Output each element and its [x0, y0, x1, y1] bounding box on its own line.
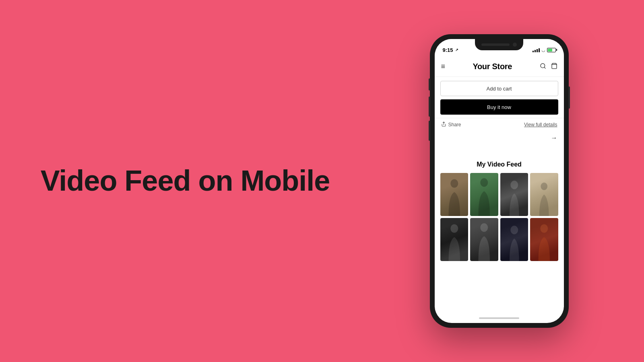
- svg-point-5: [480, 178, 488, 187]
- power-button: [568, 86, 570, 109]
- share-button[interactable]: Share: [441, 121, 461, 128]
- signal-icon: [533, 47, 540, 52]
- svg-line-1: [544, 67, 545, 68]
- video-thumbnail-4[interactable]: [530, 173, 558, 216]
- share-row: Share View full details: [435, 118, 564, 131]
- nav-action-icons: [540, 63, 557, 71]
- svg-point-4: [450, 179, 458, 187]
- home-indicator: [479, 317, 519, 319]
- video-thumbnail-7[interactable]: [500, 218, 528, 261]
- video-thumbnail-1[interactable]: [440, 173, 469, 216]
- video-thumbnail-5[interactable]: [440, 218, 469, 261]
- hamburger-menu-icon[interactable]: ≡: [441, 62, 446, 71]
- volume-up-button: [429, 97, 430, 117]
- right-arrow-icon: →: [551, 134, 557, 141]
- nav-bar: ≡ Your Store: [435, 57, 564, 77]
- right-section: 9:15 ↗ ◟◞: [370, 34, 644, 328]
- buy-now-button[interactable]: Buy it now: [440, 99, 558, 115]
- video-thumbnail-8[interactable]: [530, 218, 558, 261]
- video-thumbnail-6[interactable]: [470, 218, 498, 261]
- video-grid: [440, 173, 558, 261]
- headline: Video Feed on Mobile: [41, 165, 330, 197]
- phone-screen: 9:15 ↗ ◟◞: [435, 39, 564, 323]
- add-to-cart-button[interactable]: Add to cart: [440, 81, 558, 96]
- share-icon: [441, 121, 446, 128]
- store-title: Your Store: [473, 62, 512, 71]
- action-buttons: Add to cart Buy it now: [435, 77, 564, 118]
- location-arrow-icon: ↗: [455, 48, 458, 52]
- screen-content: Add to cart Buy it now Share: [435, 77, 564, 267]
- phone-notch: [475, 39, 523, 50]
- svg-point-8: [450, 224, 458, 232]
- wifi-icon: ◟◞: [542, 48, 545, 52]
- time-display: 9:15: [443, 47, 453, 53]
- svg-point-7: [541, 183, 547, 190]
- left-section: Video Feed on Mobile: [0, 165, 370, 197]
- content-spacer: [435, 145, 564, 161]
- video-feed-title: My Video Feed: [440, 161, 558, 168]
- view-full-details-link[interactable]: View full details: [524, 122, 557, 128]
- video-thumbnail-2[interactable]: [470, 173, 498, 216]
- battery-fill: [548, 49, 553, 51]
- search-icon[interactable]: [540, 63, 546, 71]
- video-feed-section: My Video Feed: [435, 161, 564, 267]
- arrow-right-indicator: →: [435, 131, 564, 145]
- silent-button: [429, 78, 430, 90]
- cart-icon[interactable]: [551, 63, 557, 71]
- status-time: 9:15 ↗: [443, 47, 458, 53]
- battery-icon: [547, 48, 556, 52]
- notch-pill: [481, 43, 510, 46]
- video-thumbnail-3[interactable]: [500, 173, 528, 216]
- svg-point-9: [480, 223, 488, 232]
- svg-point-11: [540, 224, 548, 232]
- front-camera: [513, 43, 517, 47]
- status-icons: ◟◞: [533, 47, 556, 52]
- svg-point-6: [510, 181, 518, 189]
- share-label: Share: [448, 122, 461, 128]
- svg-point-10: [510, 226, 518, 234]
- volume-down-button: [429, 121, 430, 141]
- phone-shell: 9:15 ↗ ◟◞: [430, 34, 569, 328]
